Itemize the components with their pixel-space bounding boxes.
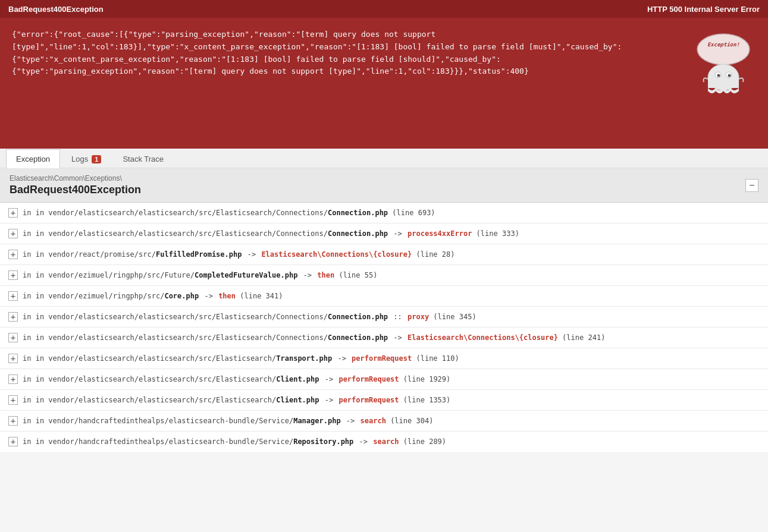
tab-logs[interactable]: Logs 1	[61, 149, 111, 168]
status-code: HTTP 500	[647, 5, 682, 14]
logs-badge: 1	[92, 155, 101, 163]
stack-text: in in vendor/handcraftedinthealps/elasti…	[23, 415, 760, 426]
expand-icon[interactable]: +	[8, 395, 18, 405]
expand-icon[interactable]: +	[8, 374, 18, 384]
exception-namespace: Elasticsearch\Common\Exceptions\	[10, 174, 141, 182]
expand-icon[interactable]: +	[8, 270, 18, 280]
stack-text: in in vendor/elasticsearch/elasticsearch…	[23, 374, 760, 385]
expand-icon[interactable]: +	[8, 333, 18, 342]
svg-point-7	[717, 74, 720, 77]
stack-row: +in in vendor/elasticsearch/elasticsearc…	[0, 328, 768, 348]
expand-icon[interactable]: +	[8, 437, 18, 446]
expand-icon[interactable]: +	[8, 208, 18, 218]
stack-text: in in vendor/elasticsearch/elasticsearch…	[23, 207, 760, 218]
stack-row: +in in vendor/handcraftedinthealps/elast…	[0, 411, 768, 432]
header-bar: BadRequest400Exception HTTP 500 Internal…	[0, 0, 768, 18]
exception-classname: BadRequest400Exception	[10, 184, 141, 196]
expand-icon[interactable]: +	[8, 291, 18, 301]
stack-rows: +in in vendor/elasticsearch/elasticsearc…	[0, 203, 768, 452]
stack-text: in in vendor/elasticsearch/elasticsearch…	[23, 311, 760, 322]
expand-icon[interactable]: +	[8, 354, 18, 363]
exception-header: Elasticsearch\Common\Exceptions\ BadRequ…	[0, 168, 768, 203]
stack-row: +in in vendor/handcraftedinthealps/elast…	[0, 432, 768, 452]
stack-text: in in vendor/elasticsearch/elasticsearch…	[23, 395, 760, 405]
status-text: Internal Server Error	[685, 5, 760, 14]
collapse-button[interactable]: −	[745, 179, 758, 192]
svg-point-8	[728, 74, 731, 77]
svg-text:Exception!: Exception!	[707, 42, 739, 48]
tab-exception[interactable]: Exception	[6, 149, 60, 168]
tabs-bar: Exception Logs 1 Stack Trace	[0, 149, 768, 168]
stack-row: +in in vendor/elasticsearch/elasticsearc…	[0, 203, 768, 223]
stack-row: +in in vendor/ezimuel/ringphp/src/Future…	[0, 265, 768, 286]
stack-row: +in in vendor/elasticsearch/elasticsearc…	[0, 307, 768, 328]
stack-row: +in in vendor/elasticsearch/elasticsearc…	[0, 390, 768, 411]
expand-icon[interactable]: +	[8, 229, 18, 238]
stack-text: in in vendor/ezimuel/ringphp/src/Core.ph…	[23, 291, 760, 301]
stack-row: +in in vendor/elasticsearch/elasticsearc…	[0, 369, 768, 390]
stack-row: +in in vendor/ezimuel/ringphp/src/Core.p…	[0, 286, 768, 307]
expand-icon[interactable]: +	[8, 416, 18, 426]
expand-icon[interactable]: +	[8, 312, 18, 322]
stack-text: in in vendor/elasticsearch/elasticsearch…	[23, 353, 760, 364]
error-body: {"error":{"root_cause":[{"type":"parsing…	[0, 18, 768, 149]
stack-text: in in vendor/ezimuel/ringphp/src/Future/…	[23, 270, 760, 281]
stack-text: in in vendor/elasticsearch/elasticsearch…	[23, 228, 760, 239]
stack-text: in in vendor/react/promise/src/Fulfilled…	[23, 249, 760, 260]
stack-row: +in in vendor/elasticsearch/elasticsearc…	[0, 223, 768, 244]
http-status: HTTP 500 Internal Server Error	[647, 5, 760, 14]
stack-row: +in in vendor/elasticsearch/elasticsearc…	[0, 348, 768, 369]
stack-text: in in vendor/handcraftedinthealps/elasti…	[23, 436, 760, 447]
svg-rect-4	[708, 77, 739, 88]
stack-text: in in vendor/elasticsearch/elasticsearch…	[23, 332, 760, 343]
error-message: {"error":{"root_cause":[{"type":"parsing…	[12, 29, 637, 78]
exception-mascot: Exception!	[691, 29, 756, 98]
tab-stack-trace[interactable]: Stack Trace	[112, 149, 174, 168]
expand-icon[interactable]: +	[8, 250, 18, 259]
stack-row: +in in vendor/react/promise/src/Fulfille…	[0, 244, 768, 265]
main-content: Elasticsearch\Common\Exceptions\ BadRequ…	[0, 168, 768, 452]
page-title: BadRequest400Exception	[8, 5, 104, 14]
